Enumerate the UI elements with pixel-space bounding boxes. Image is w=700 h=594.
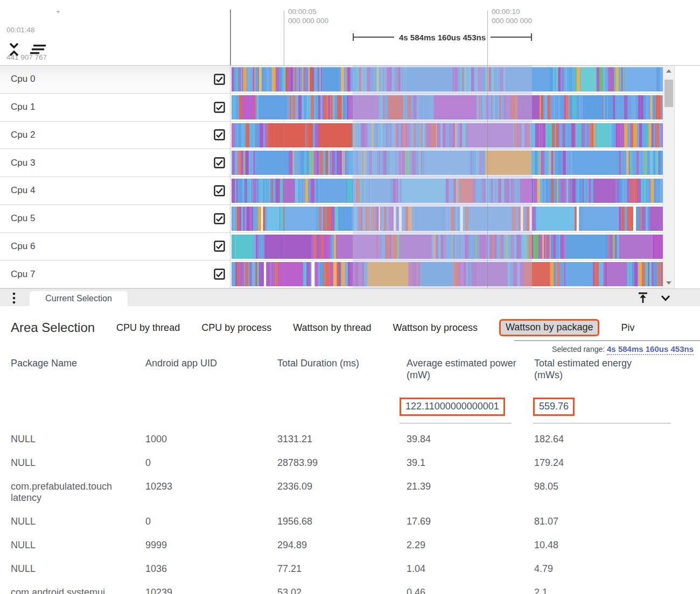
package-name-cell: NULL: [11, 537, 145, 561]
panel-divider-line: [230, 10, 231, 65]
details-tab-piv[interactable]: Piv: [621, 322, 634, 334]
tab-strip-scrollbar[interactable]: [514, 340, 700, 341]
track-label: Cpu 6: [11, 241, 35, 252]
column-header[interactable]: Total Duration (ms): [277, 357, 407, 381]
track-label-cell: Cpu 4: [0, 177, 230, 204]
selected-range-link[interactable]: 4s 584ms 160us 453ns: [607, 344, 694, 355]
package-name-cell: NULL: [11, 455, 145, 478]
track-label-cell: Cpu 3: [0, 149, 230, 176]
table-cell: 28783.99: [277, 455, 407, 478]
table-cell: 77.21: [277, 561, 407, 584]
track-label: Cpu 2: [11, 130, 35, 140]
track-row[interactable]: Cpu 4: [0, 177, 663, 205]
table-cell: 9999: [145, 537, 277, 561]
scroll-down-icon[interactable]: [666, 281, 671, 285]
track-panel-border: [230, 66, 230, 288]
track-label-cell: Cpu 5: [0, 205, 230, 232]
table-cell: 2.29: [407, 537, 534, 561]
table-cell: 1956.68: [277, 513, 407, 537]
package-name-cell: com.prefabulated.touchlatency: [11, 478, 145, 513]
tick-label-5s: 00:00:05000 000 000: [288, 7, 328, 25]
summary-average-power: 122.11000000000001: [400, 398, 505, 416]
track-checkbox[interactable]: [214, 157, 225, 168]
table-cell: 39.84: [407, 431, 534, 455]
collapse-panel-icon[interactable]: [659, 291, 672, 304]
page-title: Area Selection: [11, 320, 95, 335]
scroll-up-icon[interactable]: [666, 69, 671, 73]
sort-tracks-icon[interactable]: [29, 43, 46, 56]
track-row[interactable]: Cpu 0: [0, 66, 663, 94]
table-cell: 1000: [145, 431, 277, 455]
summary-total-energy: 559.76: [533, 398, 575, 416]
area-selection-overlay[interactable]: [353, 66, 532, 288]
track-checkbox[interactable]: [214, 268, 225, 280]
track-checkbox[interactable]: [214, 102, 225, 113]
details-header: Area Selection CPU by threadCPU by proce…: [11, 319, 634, 336]
track-checkbox[interactable]: [214, 74, 225, 85]
table-cell: 98.05: [534, 478, 647, 513]
track-row[interactable]: Cpu 5: [0, 205, 663, 233]
drag-handle-icon[interactable]: [12, 292, 16, 304]
table-header-row: Package Name Android app UID Total Durat…: [11, 357, 700, 381]
table-cell: 17.69: [407, 513, 534, 537]
track-label: Cpu 0: [11, 74, 35, 84]
track-row[interactable]: Cpu 6: [0, 233, 663, 261]
details-tab-wattson-by-package[interactable]: Wattson by package: [499, 319, 599, 336]
expand-panel-top-icon[interactable]: [636, 291, 649, 304]
column-header[interactable]: Total estimated energy (mWs): [534, 357, 647, 381]
details-tab-wattson-by-thread[interactable]: Wattson by thread: [293, 322, 371, 334]
table-cell: 2.1: [534, 584, 647, 594]
track-checkbox[interactable]: [214, 129, 225, 140]
table-cell: 0: [145, 513, 277, 537]
column-header[interactable]: Average estimated power (mW): [407, 357, 534, 381]
track-checkbox[interactable]: [214, 185, 225, 196]
table-cell: 3131.21: [277, 431, 407, 455]
column-header[interactable]: Android app UID: [145, 357, 277, 381]
track-row[interactable]: Cpu 3: [0, 149, 663, 177]
track-row[interactable]: Cpu 7: [0, 260, 663, 288]
track-label-cell: Cpu 0: [0, 66, 230, 93]
tracks-scrollbar[interactable]: [663, 66, 675, 288]
column-header[interactable]: Package Name: [11, 357, 145, 381]
details-tab-cpu-by-thread[interactable]: CPU by thread: [116, 322, 180, 334]
track-label: Cpu 4: [11, 185, 35, 196]
track-row[interactable]: Cpu 2: [0, 122, 663, 150]
gridline-5s: [284, 66, 284, 288]
track-label: Cpu 3: [11, 158, 35, 168]
table-cell: 81.07: [534, 513, 647, 537]
track-checkbox[interactable]: [214, 241, 225, 252]
details-tab-cpu-by-process[interactable]: CPU by process: [201, 322, 271, 334]
track-label-cell: Cpu 7: [0, 260, 230, 288]
track-label: Cpu 5: [11, 213, 35, 224]
table-cell: 2336.09: [277, 478, 407, 513]
track-checkbox[interactable]: [214, 213, 225, 224]
track-label: Cpu 1: [11, 102, 35, 112]
summary-underline: [400, 423, 512, 423]
track-row[interactable]: Cpu 1: [0, 94, 663, 122]
table-cell: 39.1: [407, 455, 534, 478]
table-cell: 21.39: [407, 478, 534, 513]
package-name-cell: NULL: [11, 561, 145, 584]
table-cell: 294.89: [277, 537, 407, 561]
track-area: Cpu 0Cpu 1Cpu 2Cpu 3Cpu 4Cpu 5Cpu 6Cpu 7: [0, 65, 700, 288]
track-label: Cpu 7: [11, 269, 35, 280]
selection-duration-label: 4s 584ms 160us 453ns: [394, 33, 491, 42]
table-body: NULL10003131.2139.84182.64NULL028783.993…: [11, 431, 700, 594]
details-tab-strip: Current Selection: [0, 288, 700, 306]
selection-duration-bracket: 4s 584ms 160us 453ns: [353, 33, 532, 41]
table-cell: 0: [145, 455, 277, 478]
table-cell: 179.24: [534, 455, 647, 478]
table-cell: 1036: [145, 561, 277, 584]
details-tab-wattson-by-process[interactable]: Wattson by process: [393, 322, 478, 334]
collapse-all-tracks-icon[interactable]: [8, 42, 20, 57]
tab-current-selection[interactable]: Current Selection: [30, 291, 128, 306]
scrollbar-thumb[interactable]: [664, 80, 673, 107]
package-name-cell: NULL: [11, 513, 145, 537]
table-cell: 1.04: [407, 561, 534, 584]
table-cell: 182.64: [534, 431, 647, 455]
track-label-cell: Cpu 2: [0, 122, 230, 149]
package-name-cell: NULL: [11, 431, 145, 455]
table-cell: 10239: [145, 584, 277, 594]
timeline-ruler: 00:01:48+ 441 907 767 00:00:05000 000 00…: [0, 0, 700, 65]
plus-sign: +: [56, 7, 60, 16]
